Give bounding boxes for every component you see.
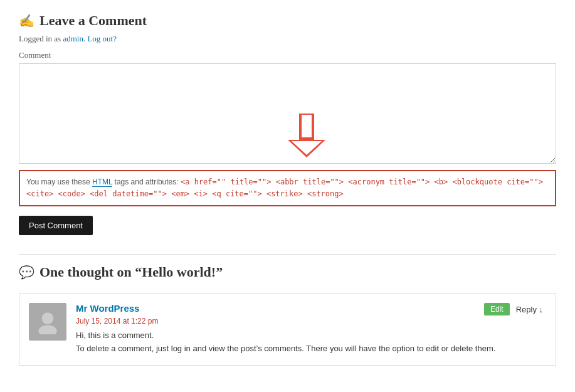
section-divider [19,254,556,255]
comment-label: Comment [19,50,556,60]
thoughts-section: 💬 One thought on “Hello world!” Mr WordP… [19,264,556,366]
comment-textarea[interactable] [19,63,556,164]
comment-actions: Edit Reply ↓ [484,303,546,315]
pencil-icon: ✍ [19,13,34,28]
comment-box: Mr WordPress Edit Reply ↓ July 15, 2014 … [19,293,556,366]
logout-link[interactable]: Log out? [87,34,117,43]
comment-date-link[interactable]: July 15, 2014 at 1:22 pm [76,317,158,326]
speech-bubble-icon: 💬 [19,265,34,280]
comment-text: Hi, this is a comment. To delete a comme… [76,329,546,356]
html-tags-notice: You may use these HTML tags and attribut… [19,170,556,206]
edit-button[interactable]: Edit [484,303,510,315]
admin-link[interactable]: admin [63,34,83,43]
html-link[interactable]: HTML [92,177,112,187]
avatar [29,303,66,341]
comment-header: Mr WordPress Edit Reply ↓ [76,303,546,315]
svg-point-4 [42,313,54,325]
login-line: Logged in as admin. Log out? [19,34,556,44]
comment-content: Mr WordPress Edit Reply ↓ July 15, 2014 … [76,303,546,356]
commenter-name[interactable]: Mr WordPress [76,303,139,314]
svg-point-5 [38,326,56,335]
comment-date: July 15, 2014 at 1:22 pm [76,317,546,326]
thoughts-title: 💬 One thought on “Hello world!” [19,264,556,280]
leave-comment-section: ✍ Leave a Comment Logged in as admin. Lo… [19,13,556,235]
leave-comment-title: ✍ Leave a Comment [19,13,556,29]
post-comment-button[interactable]: Post Comment [19,216,93,235]
reply-button[interactable]: Reply ↓ [513,304,546,315]
comment-textarea-wrapper [19,63,556,164]
